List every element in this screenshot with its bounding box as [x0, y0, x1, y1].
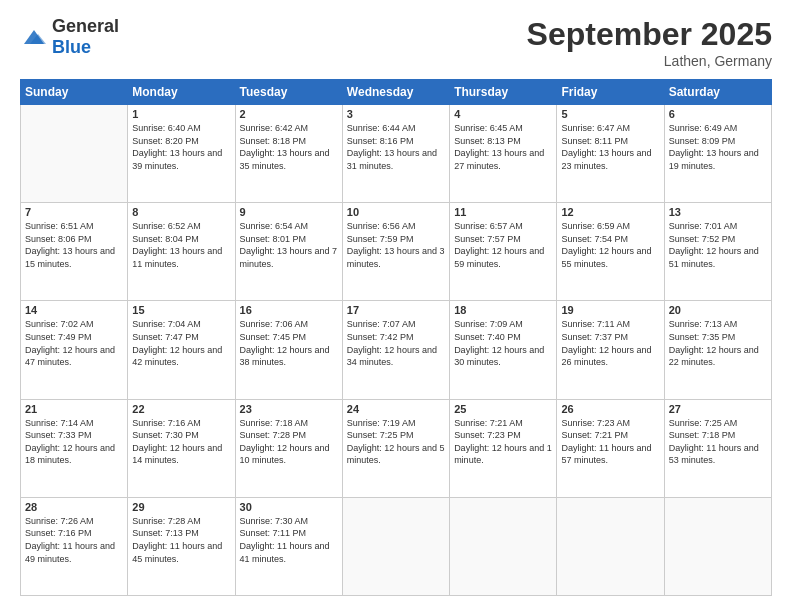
- day-info: Sunrise: 6:56 AMSunset: 7:59 PMDaylight:…: [347, 220, 445, 270]
- day-info: Sunrise: 7:06 AMSunset: 7:45 PMDaylight:…: [240, 318, 338, 368]
- day-info: Sunrise: 6:47 AMSunset: 8:11 PMDaylight:…: [561, 122, 659, 172]
- weekday-header: Thursday: [450, 80, 557, 105]
- calendar-cell: [557, 497, 664, 595]
- calendar-cell: 5Sunrise: 6:47 AMSunset: 8:11 PMDaylight…: [557, 105, 664, 203]
- day-info: Sunrise: 7:02 AMSunset: 7:49 PMDaylight:…: [25, 318, 123, 368]
- day-info: Sunrise: 7:16 AMSunset: 7:30 PMDaylight:…: [132, 417, 230, 467]
- day-info: Sunrise: 7:18 AMSunset: 7:28 PMDaylight:…: [240, 417, 338, 467]
- day-info: Sunrise: 6:40 AMSunset: 8:20 PMDaylight:…: [132, 122, 230, 172]
- day-number: 6: [669, 108, 767, 120]
- day-info: Sunrise: 7:21 AMSunset: 7:23 PMDaylight:…: [454, 417, 552, 467]
- calendar-cell: 7Sunrise: 6:51 AMSunset: 8:06 PMDaylight…: [21, 203, 128, 301]
- calendar-cell: 14Sunrise: 7:02 AMSunset: 7:49 PMDayligh…: [21, 301, 128, 399]
- calendar-cell: [664, 497, 771, 595]
- day-number: 28: [25, 501, 123, 513]
- calendar-table: SundayMondayTuesdayWednesdayThursdayFrid…: [20, 79, 772, 596]
- day-info: Sunrise: 6:45 AMSunset: 8:13 PMDaylight:…: [454, 122, 552, 172]
- calendar-cell: 30Sunrise: 7:30 AMSunset: 7:11 PMDayligh…: [235, 497, 342, 595]
- logo-general: General: [52, 16, 119, 36]
- calendar-cell: 25Sunrise: 7:21 AMSunset: 7:23 PMDayligh…: [450, 399, 557, 497]
- day-number: 27: [669, 403, 767, 415]
- calendar-cell: 18Sunrise: 7:09 AMSunset: 7:40 PMDayligh…: [450, 301, 557, 399]
- day-info: Sunrise: 7:26 AMSunset: 7:16 PMDaylight:…: [25, 515, 123, 565]
- day-info: Sunrise: 6:49 AMSunset: 8:09 PMDaylight:…: [669, 122, 767, 172]
- calendar-cell: 26Sunrise: 7:23 AMSunset: 7:21 PMDayligh…: [557, 399, 664, 497]
- day-number: 20: [669, 304, 767, 316]
- calendar-week-row: 21Sunrise: 7:14 AMSunset: 7:33 PMDayligh…: [21, 399, 772, 497]
- calendar-cell: 27Sunrise: 7:25 AMSunset: 7:18 PMDayligh…: [664, 399, 771, 497]
- weekday-header: Friday: [557, 80, 664, 105]
- day-info: Sunrise: 7:14 AMSunset: 7:33 PMDaylight:…: [25, 417, 123, 467]
- calendar-cell: 22Sunrise: 7:16 AMSunset: 7:30 PMDayligh…: [128, 399, 235, 497]
- day-info: Sunrise: 7:30 AMSunset: 7:11 PMDaylight:…: [240, 515, 338, 565]
- day-info: Sunrise: 7:09 AMSunset: 7:40 PMDaylight:…: [454, 318, 552, 368]
- day-number: 7: [25, 206, 123, 218]
- logo-text: General Blue: [52, 16, 119, 58]
- logo-blue: Blue: [52, 37, 91, 57]
- calendar-cell: 16Sunrise: 7:06 AMSunset: 7:45 PMDayligh…: [235, 301, 342, 399]
- calendar-week-row: 1Sunrise: 6:40 AMSunset: 8:20 PMDaylight…: [21, 105, 772, 203]
- day-info: Sunrise: 7:04 AMSunset: 7:47 PMDaylight:…: [132, 318, 230, 368]
- day-number: 29: [132, 501, 230, 513]
- day-number: 14: [25, 304, 123, 316]
- day-info: Sunrise: 6:42 AMSunset: 8:18 PMDaylight:…: [240, 122, 338, 172]
- day-number: 8: [132, 206, 230, 218]
- day-info: Sunrise: 6:59 AMSunset: 7:54 PMDaylight:…: [561, 220, 659, 270]
- title-block: September 2025 Lathen, Germany: [527, 16, 772, 69]
- day-number: 26: [561, 403, 659, 415]
- calendar-cell: 1Sunrise: 6:40 AMSunset: 8:20 PMDaylight…: [128, 105, 235, 203]
- day-info: Sunrise: 7:01 AMSunset: 7:52 PMDaylight:…: [669, 220, 767, 270]
- calendar-cell: 28Sunrise: 7:26 AMSunset: 7:16 PMDayligh…: [21, 497, 128, 595]
- calendar-cell: [21, 105, 128, 203]
- calendar-cell: 2Sunrise: 6:42 AMSunset: 8:18 PMDaylight…: [235, 105, 342, 203]
- calendar-cell: 12Sunrise: 6:59 AMSunset: 7:54 PMDayligh…: [557, 203, 664, 301]
- page: General Blue September 2025 Lathen, Germ…: [0, 0, 792, 612]
- logo: General Blue: [20, 16, 119, 58]
- day-number: 15: [132, 304, 230, 316]
- calendar-week-row: 28Sunrise: 7:26 AMSunset: 7:16 PMDayligh…: [21, 497, 772, 595]
- day-number: 12: [561, 206, 659, 218]
- weekday-header-row: SundayMondayTuesdayWednesdayThursdayFrid…: [21, 80, 772, 105]
- calendar-cell: 13Sunrise: 7:01 AMSunset: 7:52 PMDayligh…: [664, 203, 771, 301]
- calendar-cell: 6Sunrise: 6:49 AMSunset: 8:09 PMDaylight…: [664, 105, 771, 203]
- day-number: 10: [347, 206, 445, 218]
- day-info: Sunrise: 7:19 AMSunset: 7:25 PMDaylight:…: [347, 417, 445, 467]
- day-number: 18: [454, 304, 552, 316]
- calendar-cell: 11Sunrise: 6:57 AMSunset: 7:57 PMDayligh…: [450, 203, 557, 301]
- day-number: 17: [347, 304, 445, 316]
- calendar-cell: 29Sunrise: 7:28 AMSunset: 7:13 PMDayligh…: [128, 497, 235, 595]
- day-number: 5: [561, 108, 659, 120]
- calendar-cell: 10Sunrise: 6:56 AMSunset: 7:59 PMDayligh…: [342, 203, 449, 301]
- day-info: Sunrise: 7:13 AMSunset: 7:35 PMDaylight:…: [669, 318, 767, 368]
- day-info: Sunrise: 7:28 AMSunset: 7:13 PMDaylight:…: [132, 515, 230, 565]
- calendar-week-row: 14Sunrise: 7:02 AMSunset: 7:49 PMDayligh…: [21, 301, 772, 399]
- calendar-cell: 3Sunrise: 6:44 AMSunset: 8:16 PMDaylight…: [342, 105, 449, 203]
- calendar-cell: 17Sunrise: 7:07 AMSunset: 7:42 PMDayligh…: [342, 301, 449, 399]
- day-number: 24: [347, 403, 445, 415]
- weekday-header: Wednesday: [342, 80, 449, 105]
- day-info: Sunrise: 6:51 AMSunset: 8:06 PMDaylight:…: [25, 220, 123, 270]
- calendar-cell: 4Sunrise: 6:45 AMSunset: 8:13 PMDaylight…: [450, 105, 557, 203]
- calendar-cell: 19Sunrise: 7:11 AMSunset: 7:37 PMDayligh…: [557, 301, 664, 399]
- logo-icon: [20, 26, 48, 48]
- calendar-cell: 24Sunrise: 7:19 AMSunset: 7:25 PMDayligh…: [342, 399, 449, 497]
- weekday-header: Tuesday: [235, 80, 342, 105]
- calendar-cell: [450, 497, 557, 595]
- calendar-cell: 9Sunrise: 6:54 AMSunset: 8:01 PMDaylight…: [235, 203, 342, 301]
- day-info: Sunrise: 7:07 AMSunset: 7:42 PMDaylight:…: [347, 318, 445, 368]
- day-info: Sunrise: 6:44 AMSunset: 8:16 PMDaylight:…: [347, 122, 445, 172]
- calendar-cell: [342, 497, 449, 595]
- calendar-cell: 20Sunrise: 7:13 AMSunset: 7:35 PMDayligh…: [664, 301, 771, 399]
- day-number: 21: [25, 403, 123, 415]
- calendar-cell: 23Sunrise: 7:18 AMSunset: 7:28 PMDayligh…: [235, 399, 342, 497]
- day-number: 11: [454, 206, 552, 218]
- calendar-cell: 8Sunrise: 6:52 AMSunset: 8:04 PMDaylight…: [128, 203, 235, 301]
- day-number: 22: [132, 403, 230, 415]
- day-number: 23: [240, 403, 338, 415]
- day-number: 1: [132, 108, 230, 120]
- weekday-header: Saturday: [664, 80, 771, 105]
- day-info: Sunrise: 7:11 AMSunset: 7:37 PMDaylight:…: [561, 318, 659, 368]
- day-number: 30: [240, 501, 338, 513]
- calendar-week-row: 7Sunrise: 6:51 AMSunset: 8:06 PMDaylight…: [21, 203, 772, 301]
- month-title: September 2025: [527, 16, 772, 53]
